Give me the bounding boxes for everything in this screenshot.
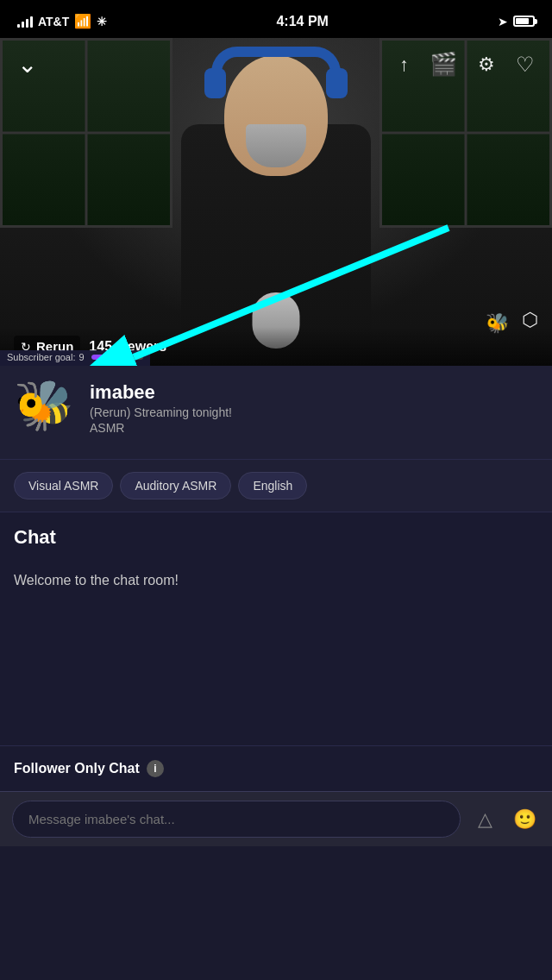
- share-icon[interactable]: ↑: [399, 53, 409, 76]
- chat-header: Chat: [0, 512, 552, 556]
- status-bar: AT&T 📶 ✳ 4:14 PM ➤: [0, 0, 552, 38]
- status-right: ➤: [498, 15, 535, 28]
- follower-only-bar: Follower Only Chat i: [0, 745, 552, 791]
- tag-auditory-asmr[interactable]: Auditory ASMR: [120, 472, 231, 499]
- channel-category[interactable]: ASMR: [90, 421, 538, 435]
- clip-icon[interactable]: 🎬: [430, 51, 457, 78]
- tags-row: Visual ASMR Auditory ASMR English: [0, 460, 552, 512]
- channel-info-section: 🐝 imabee (Rerun) Streaming tonight! ASMR: [0, 366, 552, 460]
- channel-avatar[interactable]: 🐝: [14, 381, 76, 443]
- video-bottom-bar: ↻ Rerun 145 viewers Subscriber goal: 9: [0, 327, 552, 366]
- info-icon[interactable]: i: [147, 760, 164, 777]
- wifi-icon: 📶: [74, 13, 91, 29]
- send-icon: △: [478, 808, 492, 831]
- emoji-icon: 🙂: [513, 808, 536, 831]
- channel-details: imabee (Rerun) Streaming tonight! ASMR: [90, 381, 538, 435]
- channel-subtitle: (Rerun) Streaming tonight!: [90, 405, 538, 419]
- chat-title: Chat: [14, 526, 538, 549]
- chat-section: Chat Welcome to the chat room!: [0, 512, 552, 745]
- status-time: 4:14 PM: [276, 14, 328, 29]
- subscriber-goal: Subscriber goal: 9: [0, 350, 150, 366]
- video-player[interactable]: ⌄ ↑ 🎬 ⚙ ♡ ↻ Rerun 145 viewers Subscriber…: [0, 38, 552, 366]
- message-input[interactable]: [12, 801, 461, 838]
- follower-only-label: Follower Only Chat: [14, 761, 140, 776]
- settings-icon[interactable]: ⚙: [478, 53, 495, 76]
- heart-icon[interactable]: ♡: [516, 53, 535, 77]
- video-overlay: ⌄ ↑ 🎬 ⚙ ♡ ↻ Rerun 145 viewers Subscriber…: [0, 38, 552, 366]
- subscriber-goal-number: 9: [79, 352, 85, 362]
- chat-messages: Welcome to the chat room!: [0, 556, 552, 745]
- message-input-bar: △ 🙂: [0, 791, 552, 846]
- subscriber-goal-label: Subscriber goal:: [7, 352, 76, 362]
- video-top-controls: ⌄ ↑ 🎬 ⚙ ♡: [0, 38, 552, 91]
- tag-english[interactable]: English: [238, 472, 307, 499]
- brightness-icon: ✳: [97, 15, 107, 28]
- signal-bars-icon: [17, 16, 33, 28]
- subscriber-goal-fill: [91, 355, 107, 360]
- tag-visual-asmr[interactable]: Visual ASMR: [14, 472, 113, 499]
- send-button[interactable]: △: [469, 804, 500, 835]
- battery-icon: [513, 16, 535, 27]
- back-chevron-icon[interactable]: ⌄: [17, 50, 37, 79]
- bee-icon-video: 🐝: [486, 312, 509, 335]
- rotate-icon[interactable]: ⬡: [522, 309, 538, 331]
- carrier-label: AT&T: [38, 15, 69, 28]
- channel-name[interactable]: imabee: [90, 381, 538, 404]
- status-left: AT&T 📶 ✳: [17, 13, 107, 29]
- chat-welcome-message: Welcome to the chat room!: [14, 566, 538, 595]
- subscriber-goal-bar: [91, 355, 143, 360]
- location-icon: ➤: [498, 15, 508, 28]
- emoji-button[interactable]: 🙂: [509, 804, 540, 835]
